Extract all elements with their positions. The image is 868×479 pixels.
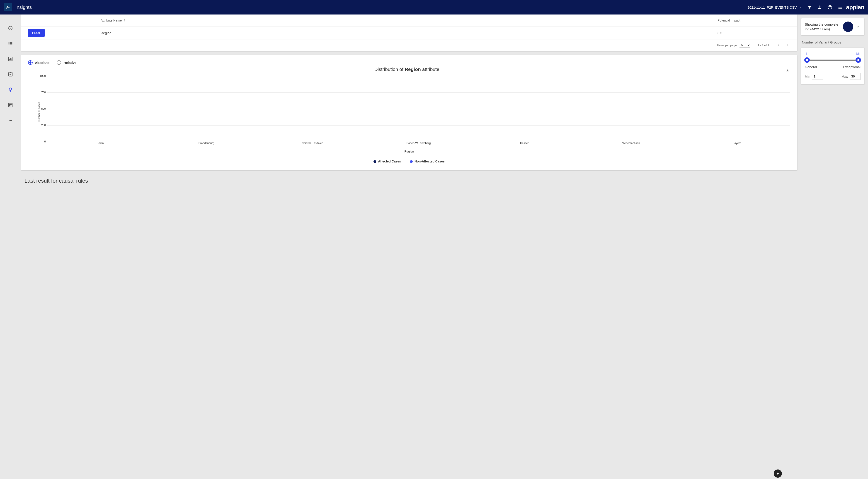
x-tick-label: Brandenburg bbox=[193, 141, 220, 149]
filter-icon[interactable] bbox=[807, 5, 812, 9]
sort-asc-icon bbox=[123, 19, 126, 22]
svg-rect-11 bbox=[11, 59, 11, 60]
nav-explore[interactable] bbox=[8, 25, 13, 31]
svg-rect-2 bbox=[9, 42, 9, 43]
chart-title: Distribution of Region attribute bbox=[28, 67, 785, 72]
download-chart-icon[interactable] bbox=[785, 68, 790, 73]
help-icon[interactable] bbox=[828, 5, 832, 10]
main-content: Attribute Name Potential Impact PLOT Reg… bbox=[21, 14, 801, 479]
nav-more[interactable] bbox=[8, 118, 13, 123]
variant-slider[interactable] bbox=[807, 56, 858, 64]
x-tick-label: Hessen bbox=[511, 141, 538, 149]
chart-xlabel: Region bbox=[28, 150, 790, 153]
topbar-actions bbox=[807, 5, 842, 10]
variant-slider-card: 1 36 General Exceptional Min Max bbox=[801, 47, 864, 85]
radio-unchecked-icon bbox=[57, 60, 61, 65]
pagination-range: 1 - 1 of 1 bbox=[757, 43, 769, 47]
chevron-down-icon bbox=[799, 5, 802, 9]
svg-point-17 bbox=[9, 120, 10, 121]
slider-label-general: General bbox=[805, 65, 817, 69]
chevron-right-icon bbox=[856, 25, 861, 29]
svg-rect-4 bbox=[9, 43, 9, 44]
log-summary-card[interactable]: Showing the complete log (4422 cases) bbox=[801, 18, 864, 35]
nav-grid[interactable] bbox=[8, 102, 13, 108]
max-label: Max bbox=[841, 74, 848, 78]
svg-rect-3 bbox=[10, 42, 12, 43]
items-per-page-label: Items per page: bbox=[717, 43, 738, 47]
x-tick-label: Niedersachsen bbox=[617, 141, 645, 149]
cell-attribute: Region bbox=[101, 31, 717, 35]
col-attribute-name[interactable]: Attribute Name bbox=[101, 19, 717, 22]
radio-checked-icon bbox=[28, 60, 33, 65]
chart-legend: Affected Cases Non-Affected Cases bbox=[28, 160, 790, 163]
x-tick-label: Berlin bbox=[87, 141, 114, 149]
nav-clipboard[interactable] bbox=[8, 72, 13, 77]
svg-rect-5 bbox=[10, 43, 12, 44]
min-input[interactable] bbox=[812, 73, 823, 80]
slider-thumb-max[interactable] bbox=[856, 57, 861, 63]
chart-card: Absolute Relative Distribution of Region… bbox=[21, 55, 797, 170]
svg-rect-12 bbox=[9, 72, 11, 73]
nav-insights[interactable] bbox=[8, 87, 13, 92]
col-potential-impact[interactable]: Potential Impact bbox=[717, 19, 790, 22]
section-causal-rules-title: Last result for causal rules bbox=[21, 176, 797, 188]
svg-point-18 bbox=[10, 120, 11, 121]
nav-list[interactable] bbox=[8, 41, 13, 46]
table-row: PLOT Region 0.3 bbox=[21, 26, 797, 39]
page-prev-icon[interactable] bbox=[776, 43, 780, 47]
chart-ylabel: Number of cases bbox=[38, 102, 41, 123]
table-footer: Items per page: 5 1 - 1 of 1 bbox=[21, 39, 797, 49]
slider-thumb-min[interactable] bbox=[804, 57, 810, 63]
plot-button[interactable]: PLOT bbox=[28, 29, 44, 37]
file-selector[interactable]: 2021-11-11_P2P_EVENTS.CSV bbox=[747, 5, 802, 9]
svg-point-19 bbox=[11, 120, 12, 121]
file-name: 2021-11-11_P2P_EVENTS.CSV bbox=[747, 5, 797, 9]
slider-min-value: 1 bbox=[806, 52, 807, 56]
x-tick-label: Bayern bbox=[723, 141, 751, 149]
radio-absolute[interactable]: Absolute bbox=[28, 60, 50, 65]
chart-plot-area: Number of cases 02505007501000 BerlinBra… bbox=[38, 76, 790, 149]
slider-max-value: 36 bbox=[856, 52, 860, 56]
pie-icon bbox=[843, 22, 853, 32]
right-panel: Showing the complete log (4422 cases) Nu… bbox=[801, 14, 868, 479]
max-input[interactable] bbox=[850, 73, 861, 80]
cell-impact: 0.3 bbox=[717, 31, 790, 35]
download-icon[interactable] bbox=[817, 5, 822, 9]
top-bar: Insights 2021-11-11_P2P_EVENTS.CSV appia… bbox=[0, 0, 868, 14]
table-header: Attribute Name Potential Impact bbox=[21, 14, 797, 26]
variant-groups-label: Number of Variant Groups bbox=[801, 40, 864, 44]
attribute-table-card: Attribute Name Potential Impact PLOT Reg… bbox=[21, 14, 797, 51]
svg-rect-14 bbox=[9, 104, 10, 105]
slider-label-exceptional: Exceptional bbox=[843, 65, 861, 69]
x-tick-label: Baden-W...ttemberg bbox=[405, 141, 432, 149]
x-tick-label: Nordrhe...estfalen bbox=[299, 141, 326, 149]
brand-logo: appian bbox=[846, 4, 864, 11]
menu-icon[interactable] bbox=[838, 5, 842, 9]
app-logo[interactable] bbox=[4, 3, 12, 11]
svg-rect-7 bbox=[10, 45, 12, 45]
side-nav bbox=[0, 14, 21, 479]
log-summary-text: Showing the complete log (4422 cases) bbox=[805, 22, 840, 31]
min-label: Min bbox=[805, 74, 810, 78]
svg-rect-6 bbox=[9, 45, 9, 45]
legend-nonaffected: Non-Affected Cases bbox=[410, 160, 445, 163]
play-fab[interactable] bbox=[774, 470, 782, 478]
svg-rect-10 bbox=[10, 58, 11, 60]
nav-chart[interactable] bbox=[8, 56, 13, 62]
page-title: Insights bbox=[16, 4, 747, 10]
page-next-icon[interactable] bbox=[786, 43, 790, 47]
svg-rect-16 bbox=[9, 105, 10, 106]
items-per-page-select[interactable]: 5 bbox=[740, 42, 750, 47]
svg-rect-9 bbox=[9, 59, 10, 60]
radio-relative[interactable]: Relative bbox=[57, 60, 76, 65]
legend-affected: Affected Cases bbox=[373, 160, 401, 163]
svg-rect-15 bbox=[11, 104, 11, 105]
view-toggle: Absolute Relative bbox=[28, 60, 790, 65]
